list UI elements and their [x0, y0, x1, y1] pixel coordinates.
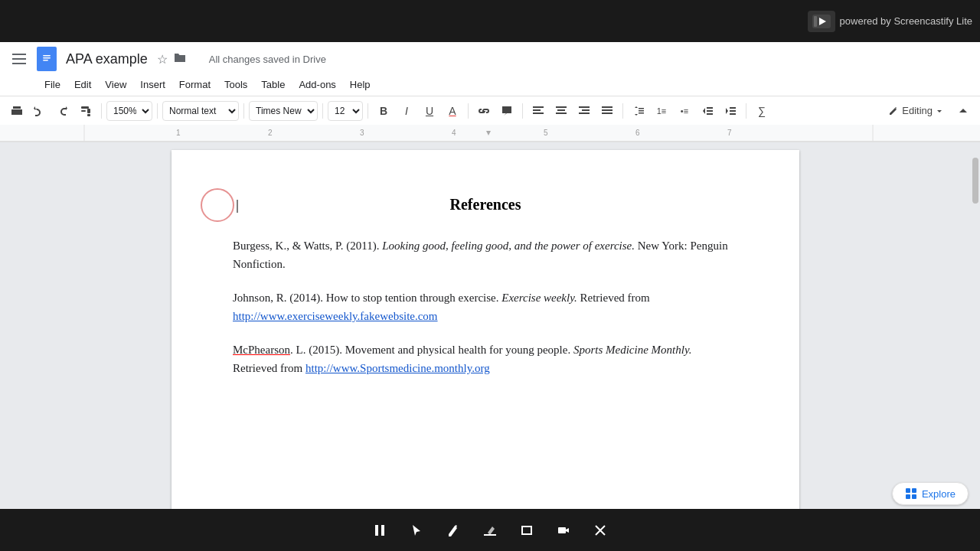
toolbar-divider-6	[468, 103, 469, 119]
align-right-button[interactable]	[573, 100, 595, 122]
svg-rect-49	[522, 527, 531, 534]
bullet-list-button[interactable]: •≡	[674, 100, 695, 122]
hamburger-menu[interactable]	[8, 47, 31, 70]
text-color-button[interactable]: A	[442, 100, 463, 122]
entry3-after: Retrieved from	[233, 362, 305, 374]
right-panel	[971, 142, 980, 551]
cursor-circle	[201, 188, 234, 222]
entry1-italic: Looking good, feeling good, and the powe…	[382, 240, 635, 252]
undo-button[interactable]	[29, 100, 51, 122]
entry1-normal: Burgess, K., & Watts, P. (2011).	[233, 240, 382, 252]
svg-rect-2	[814, 16, 817, 27]
align-center-button[interactable]	[550, 100, 572, 122]
toolbar-divider-7	[522, 103, 523, 119]
explore-button[interactable]: Explore	[892, 482, 969, 505]
toolbar-divider-9	[746, 103, 746, 119]
pause-button[interactable]	[366, 517, 394, 544]
star-icon[interactable]: ☆	[155, 51, 169, 68]
menu-edit[interactable]: Edit	[68, 76, 97, 93]
svg-rect-12	[533, 109, 541, 111]
font-select[interactable]: Times New... Arial	[249, 101, 318, 121]
entry3-italic: Sports Medicine Monthly.	[573, 344, 692, 356]
svg-rect-23	[639, 108, 644, 109]
underline-button[interactable]: U	[419, 100, 440, 122]
line-spacing-button[interactable]	[628, 100, 649, 122]
editing-mode-button[interactable]: Editing	[880, 102, 951, 119]
svg-text:7: 7	[727, 129, 732, 137]
menu-insert[interactable]: Insert	[134, 76, 172, 93]
references-title: References	[450, 196, 521, 213]
svg-rect-15	[557, 109, 565, 111]
menu-help[interactable]: Help	[344, 76, 377, 93]
cursor-button[interactable]	[403, 517, 430, 544]
svg-rect-46	[375, 525, 378, 536]
menu-table[interactable]: Table	[255, 76, 291, 93]
font-size-select[interactable]: 12 10 14	[328, 101, 363, 121]
svg-rect-50	[558, 527, 566, 533]
svg-rect-18	[582, 109, 590, 111]
entry3-link[interactable]: http://www.Sportsmedicine.monthly.org	[305, 362, 490, 374]
explore-label: Explore	[922, 488, 956, 500]
pen-button[interactable]	[439, 517, 467, 544]
title-icons: ☆	[155, 51, 188, 68]
document-page[interactable]: | References Burgess, K., & Watts, P. (2…	[172, 150, 799, 544]
close-recording-button[interactable]	[586, 517, 614, 544]
menu-format[interactable]: Format	[173, 76, 217, 93]
entry2-italic: Exercise weekly.	[501, 292, 577, 304]
menu-tools[interactable]: Tools	[218, 76, 253, 93]
rectangle-button[interactable]	[513, 517, 541, 544]
references-heading: | References	[233, 196, 738, 214]
main-content: | References Burgess, K., & Watts, P. (2…	[0, 142, 980, 551]
svg-rect-43	[912, 488, 916, 493]
reference-entry-2: Johnson, R. (2014). How to stop tention …	[233, 289, 738, 325]
zoom-select[interactable]: 150% 100% 75%	[106, 101, 152, 121]
paint-format-button[interactable]	[75, 100, 96, 122]
svg-rect-29	[730, 107, 736, 109]
svg-rect-3	[41, 51, 53, 67]
svg-text:1: 1	[176, 129, 181, 137]
menu-addons[interactable]: Add-ons	[292, 76, 341, 93]
svg-text:4: 4	[452, 129, 456, 137]
scrollbar-thumb[interactable]	[972, 158, 978, 204]
screencastify-logo: powered by Screencastify Lite	[800, 0, 980, 42]
title-bar: APA example ☆ All changes saved in Drive	[0, 42, 980, 73]
indent-decrease-button[interactable]	[697, 100, 718, 122]
svg-rect-31	[730, 113, 736, 115]
numbered-list-button[interactable]: 1≡	[651, 100, 672, 122]
print-button[interactable]	[6, 100, 28, 122]
svg-rect-9	[87, 109, 90, 113]
menu-file[interactable]: File	[38, 76, 67, 93]
entry2-link[interactable]: http://www.exerciseweekly.fakewebsite.co…	[233, 310, 438, 322]
eraser-button[interactable]	[476, 517, 504, 544]
align-left-button[interactable]	[528, 100, 549, 122]
indent-increase-button[interactable]	[720, 100, 741, 122]
svg-rect-44	[906, 494, 910, 499]
svg-rect-22	[602, 112, 612, 114]
saved-status: All changes saved in Drive	[209, 54, 326, 65]
style-select[interactable]: Normal text Heading 1 Heading 2	[162, 101, 239, 121]
camera-button[interactable]	[550, 517, 577, 544]
document-title[interactable]: APA example	[66, 51, 148, 67]
svg-text:5: 5	[544, 129, 548, 137]
svg-rect-7	[81, 106, 89, 109]
italic-button[interactable]: I	[396, 100, 417, 122]
toolbar-divider-4	[322, 103, 323, 119]
svg-rect-13	[533, 112, 544, 114]
svg-rect-45	[912, 494, 916, 499]
formula-button[interactable]: ∑	[751, 100, 773, 122]
redo-button[interactable]	[52, 100, 74, 122]
bold-button[interactable]: B	[373, 100, 394, 122]
menu-view[interactable]: View	[99, 76, 132, 93]
svg-rect-24	[639, 110, 644, 112]
collapse-toolbar-button[interactable]	[952, 100, 974, 122]
justify-button[interactable]	[596, 100, 618, 122]
toolbar: 150% 100% 75% Normal text Heading 1 Head…	[0, 96, 980, 125]
comment-button[interactable]	[496, 100, 518, 122]
bottom-toolbar	[0, 509, 980, 551]
entry3-name: McPhearson	[233, 344, 290, 356]
link-button[interactable]	[473, 100, 495, 122]
folder-icon[interactable]	[172, 51, 188, 67]
ruler: 1 2 3 4 5 6 7	[0, 125, 980, 142]
svg-rect-8	[81, 110, 86, 112]
svg-rect-5	[43, 57, 51, 59]
